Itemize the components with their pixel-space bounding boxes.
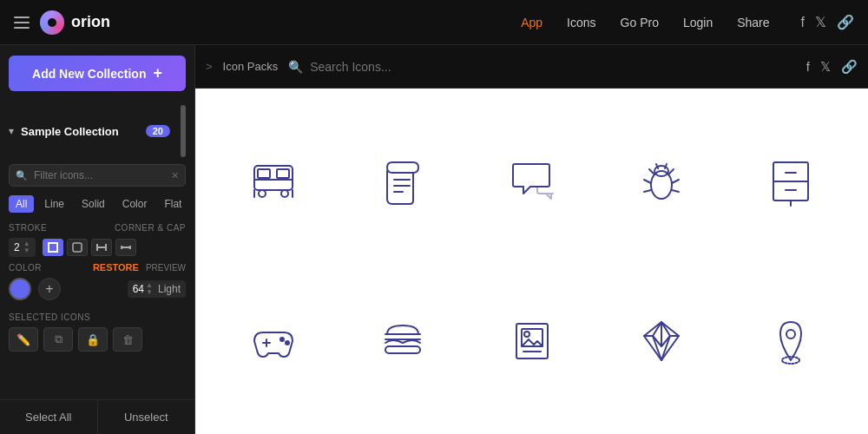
- diamond-icon-cell[interactable]: [601, 266, 721, 417]
- collection-count-badge: 20: [146, 125, 170, 137]
- chevron-down-icon[interactable]: ▾: [9, 125, 14, 137]
- logo-icon: [40, 10, 64, 35]
- nav-left: orion: [14, 10, 110, 35]
- controls-section: STROKE CORNER & CAP 2 ▲ ▼: [0, 220, 194, 309]
- nav-link-share[interactable]: Share: [737, 16, 769, 30]
- svg-point-36: [280, 338, 284, 341]
- nav-link-login[interactable]: Login: [683, 16, 713, 30]
- svg-point-12: [281, 190, 288, 197]
- selected-icons-label: SELECTED ICONS: [0, 309, 194, 327]
- bus-icon-cell[interactable]: [213, 106, 333, 257]
- cap-btn-square[interactable]: [43, 239, 63, 256]
- stroke-down-arrow[interactable]: ▼: [23, 247, 30, 254]
- svg-point-11: [259, 190, 266, 197]
- svg-point-43: [524, 332, 529, 337]
- stroke-corner-controls: 2 ▲ ▼: [9, 238, 186, 257]
- nav-link-app[interactable]: App: [521, 16, 542, 30]
- svg-point-6: [128, 246, 131, 249]
- delete-action-button[interactable]: 🗑: [113, 327, 142, 352]
- cap-btn-flat[interactable]: [91, 239, 112, 256]
- lock-action-button[interactable]: 🔒: [78, 327, 108, 352]
- preview-label: PREVIEW: [146, 263, 186, 273]
- chat-icon-cell[interactable]: [471, 106, 592, 257]
- gamepad-icon-cell[interactable]: [213, 266, 333, 417]
- copy-action-button[interactable]: ⧉: [43, 327, 73, 352]
- breadcrumb-icon-packs[interactable]: Icon Packs: [223, 60, 279, 73]
- filter-search-icon: 🔍: [16, 170, 28, 181]
- search-icon: 🔍: [288, 60, 303, 74]
- stroke-arrows[interactable]: ▲ ▼: [23, 240, 30, 254]
- bottom-actions: Select All Unselect: [0, 399, 194, 434]
- svg-line-25: [644, 190, 651, 192]
- svg-rect-8: [258, 169, 270, 178]
- stroke-stepper[interactable]: 2 ▲ ▼: [9, 238, 36, 257]
- nav-link-gopro[interactable]: Go Pro: [621, 16, 659, 30]
- tab-flat[interactable]: Flat: [157, 195, 188, 213]
- preview-arrows[interactable]: ▲ ▼: [146, 282, 153, 296]
- select-all-button[interactable]: Select All: [0, 400, 98, 434]
- breadcrumb-separator: >: [206, 60, 213, 73]
- collection-header: ▾ Sample Collection 20: [0, 102, 194, 164]
- svg-line-23: [644, 180, 651, 183]
- corner-caps: [43, 239, 136, 256]
- main-layout: Add New Collection + ▾ Sample Collection…: [0, 45, 868, 434]
- scroll-icon-cell[interactable]: [342, 106, 463, 257]
- search-input[interactable]: [310, 60, 796, 74]
- toolbar: > Icon Packs 🔍 f 𝕏 🔗: [195, 45, 868, 89]
- location-icon-cell[interactable]: [730, 266, 851, 417]
- tab-all[interactable]: All: [9, 195, 34, 213]
- icons-grid: [195, 89, 868, 434]
- tab-solid[interactable]: Solid: [75, 195, 112, 213]
- filter-input[interactable]: [9, 164, 186, 187]
- scrollbar[interactable]: [181, 105, 186, 157]
- icon-actions: ✏️ ⧉ 🔒 🗑: [0, 327, 194, 358]
- link-nav-icon[interactable]: 🔗: [841, 59, 858, 75]
- corner-cap-label: CORNER & CAP: [115, 223, 186, 233]
- color-swatch[interactable]: [9, 278, 31, 300]
- image-frame-icon-cell[interactable]: [471, 266, 592, 417]
- add-collection-label: Add New Collection: [32, 67, 146, 81]
- nav-social: f 𝕏 🔗: [801, 14, 854, 30]
- svg-point-5: [121, 246, 123, 249]
- add-color-button[interactable]: +: [38, 278, 61, 300]
- twitter-icon[interactable]: 𝕏: [815, 14, 826, 30]
- burger-icon-cell[interactable]: [342, 266, 463, 417]
- preview-value: 64: [133, 283, 144, 295]
- facebook-nav-icon[interactable]: f: [806, 59, 810, 74]
- unselect-button[interactable]: Unselect: [98, 400, 195, 434]
- social-icons-right: f 𝕏 🔗: [806, 59, 858, 75]
- edit-action-button[interactable]: ✏️: [9, 327, 38, 352]
- facebook-icon[interactable]: f: [801, 15, 805, 30]
- svg-rect-9: [277, 169, 289, 178]
- cabinet-icon-cell[interactable]: [730, 106, 851, 257]
- color-label: COLOR: [9, 263, 86, 273]
- svg-line-26: [672, 190, 679, 192]
- bug-icon-cell[interactable]: [601, 106, 721, 257]
- cap-btn-round-end[interactable]: [115, 239, 136, 256]
- stroke-corner-labels: STROKE CORNER & CAP: [9, 223, 186, 233]
- hamburger-icon[interactable]: [14, 16, 30, 29]
- preview-down[interactable]: ▼: [146, 289, 153, 296]
- nav-link-icons[interactable]: Icons: [567, 16, 595, 30]
- filter-wrap: 🔍 ✕: [9, 164, 186, 187]
- link-icon[interactable]: 🔗: [837, 14, 854, 30]
- nav-right: App Icons Go Pro Login Share f 𝕏 🔗: [521, 14, 854, 30]
- restore-button[interactable]: RESTORE: [93, 262, 139, 273]
- stroke-label: STROKE: [9, 223, 95, 233]
- svg-rect-38: [385, 346, 420, 353]
- svg-line-47: [661, 336, 670, 360]
- collection-title: Sample Collection: [21, 125, 139, 138]
- add-collection-button[interactable]: Add New Collection +: [9, 56, 186, 91]
- preview-stepper[interactable]: 64 ▲ ▼ Light: [128, 280, 186, 298]
- svg-line-46: [653, 336, 661, 360]
- filter-clear-icon[interactable]: ✕: [171, 170, 179, 181]
- tab-color[interactable]: Color: [115, 195, 155, 213]
- cap-btn-round-corner[interactable]: [67, 239, 88, 256]
- tab-line[interactable]: Line: [37, 195, 71, 213]
- svg-line-24: [672, 180, 679, 183]
- color-row: COLOR RESTORE PREVIEW: [9, 262, 186, 273]
- logo-wrap: orion: [40, 10, 110, 35]
- twitter-nav-icon[interactable]: 𝕏: [820, 59, 831, 75]
- svg-point-37: [286, 341, 289, 345]
- search-wrap: 🔍: [288, 60, 796, 74]
